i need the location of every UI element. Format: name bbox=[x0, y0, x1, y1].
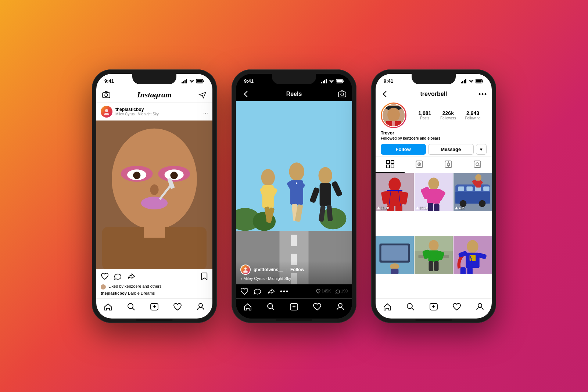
tab-tagged[interactable] bbox=[434, 157, 463, 173]
post-header: theplasticboy Miley Cyrus · Midnight Sky… bbox=[96, 103, 212, 121]
svg-rect-33 bbox=[321, 82, 322, 83]
grid-item-5[interactable] bbox=[415, 236, 453, 274]
follow-button[interactable]: Follow bbox=[381, 144, 426, 155]
svg-point-73 bbox=[243, 270, 248, 273]
svg-point-51 bbox=[261, 169, 275, 186]
following-stat[interactable]: 2,943 Following bbox=[465, 110, 480, 120]
grid-item-count-3: 45K bbox=[455, 206, 465, 210]
share-button[interactable] bbox=[127, 272, 135, 280]
svg-point-74 bbox=[280, 290, 282, 292]
nav-search-button[interactable] bbox=[406, 302, 415, 311]
camera-reels-button[interactable] bbox=[338, 90, 346, 98]
grid-item-4[interactable] bbox=[376, 236, 414, 274]
posts-label: Posts bbox=[418, 116, 431, 120]
profile-followed-by: Followed by kenzoere and eloears bbox=[376, 136, 492, 143]
svg-point-92 bbox=[484, 93, 486, 95]
bookmark-button[interactable] bbox=[201, 272, 208, 280]
nav-home-button[interactable] bbox=[104, 302, 112, 311]
message-button[interactable]: Message bbox=[428, 144, 474, 155]
grid-item-count-1: 30.2K bbox=[377, 206, 390, 210]
svg-rect-100 bbox=[391, 161, 394, 163]
grid-item-count-2: 37.3K bbox=[416, 206, 429, 210]
followed-by-prefix: Followed by bbox=[381, 136, 403, 140]
camera-header-button[interactable] bbox=[102, 91, 110, 99]
back-button[interactable] bbox=[381, 90, 389, 98]
svg-rect-156 bbox=[434, 261, 438, 271]
nav-add-button[interactable] bbox=[150, 302, 159, 311]
followers-stat[interactable]: 226k Followers bbox=[440, 110, 456, 120]
followers-label: Followers bbox=[440, 116, 456, 120]
like-button[interactable] bbox=[101, 272, 109, 280]
bottom-nav-feed bbox=[96, 298, 212, 319]
nav-home-button[interactable] bbox=[383, 302, 392, 311]
svg-point-66 bbox=[319, 167, 332, 184]
nav-search-button[interactable] bbox=[266, 302, 275, 311]
reels-comment-button[interactable] bbox=[254, 287, 262, 295]
svg-rect-45 bbox=[291, 234, 297, 246]
tab-grid[interactable] bbox=[376, 157, 405, 173]
svg-rect-34 bbox=[323, 81, 324, 83]
back-button[interactable] bbox=[242, 90, 250, 98]
profile-avatar[interactable] bbox=[381, 103, 406, 128]
reels-overlay: ghettotwins__ · Follow ♪ Miley Cyrus · M… bbox=[236, 261, 352, 284]
nav-heart-button[interactable] bbox=[173, 302, 182, 311]
notch bbox=[132, 74, 176, 84]
svg-rect-89 bbox=[476, 80, 482, 82]
svg-rect-84 bbox=[462, 81, 463, 83]
grid-item-3[interactable]: 45K bbox=[453, 173, 492, 211]
nav-add-button[interactable] bbox=[290, 302, 298, 311]
send-header-button[interactable] bbox=[198, 91, 207, 99]
home-indicator bbox=[415, 319, 452, 321]
svg-rect-118 bbox=[395, 205, 402, 211]
posts-stat[interactable]: 1,081 Posts bbox=[418, 110, 431, 120]
post-avatar[interactable] bbox=[101, 106, 112, 118]
svg-rect-36 bbox=[326, 79, 327, 83]
nav-home-button[interactable] bbox=[243, 302, 252, 311]
profile-more-button[interactable] bbox=[478, 90, 487, 98]
reels-avatar[interactable] bbox=[240, 265, 251, 275]
tab-reels[interactable] bbox=[405, 157, 434, 173]
nav-add-button[interactable] bbox=[429, 302, 438, 311]
nav-profile-button[interactable] bbox=[476, 302, 484, 311]
reels-like-button[interactable] bbox=[240, 287, 248, 295]
svg-point-122 bbox=[428, 177, 439, 190]
reels-more-button[interactable] bbox=[280, 287, 288, 295]
reels-dot: · bbox=[286, 267, 287, 272]
grid-item-1[interactable]: 30.2K bbox=[376, 173, 414, 211]
more-dropdown-button[interactable]: ▾ bbox=[476, 144, 487, 155]
svg-point-26 bbox=[101, 284, 106, 289]
profile-stats: 1,081 Posts 226k Followers 2,943 Followi… bbox=[412, 109, 487, 122]
svg-rect-98 bbox=[392, 121, 395, 127]
grid-item-2[interactable]: 37.3K bbox=[415, 173, 453, 211]
nav-search-button[interactable] bbox=[127, 302, 136, 311]
post-more-button[interactable]: ... bbox=[203, 108, 208, 115]
svg-point-165 bbox=[407, 303, 412, 309]
svg-point-110 bbox=[388, 177, 401, 191]
profile-buttons: Follow Message ▾ bbox=[376, 143, 492, 156]
svg-point-170 bbox=[478, 303, 482, 307]
nav-profile-button[interactable] bbox=[336, 302, 345, 311]
nav-heart-button[interactable] bbox=[452, 302, 461, 311]
svg-point-76 bbox=[286, 290, 288, 292]
svg-rect-133 bbox=[466, 186, 473, 191]
nav-profile-button[interactable] bbox=[196, 302, 205, 311]
svg-rect-145 bbox=[381, 245, 408, 261]
svg-point-72 bbox=[244, 267, 247, 270]
signal-icon bbox=[182, 79, 187, 83]
svg-rect-5 bbox=[203, 80, 204, 82]
svg-point-32 bbox=[199, 303, 202, 307]
reels-share-button[interactable] bbox=[267, 287, 275, 295]
reels-username[interactable]: ghettotwins__ bbox=[254, 267, 283, 272]
nav-heart-button[interactable] bbox=[313, 302, 322, 311]
svg-point-151 bbox=[429, 240, 438, 251]
svg-rect-126 bbox=[428, 203, 433, 211]
comment-button[interactable] bbox=[114, 272, 122, 280]
post-username[interactable]: theplasticboy bbox=[115, 107, 159, 112]
tab-mentions[interactable] bbox=[463, 157, 492, 173]
followed-by-users: kenzoere and eloears bbox=[403, 136, 441, 140]
reels-follow-button[interactable]: Follow bbox=[290, 267, 304, 272]
grid-item-6[interactable] bbox=[453, 236, 492, 274]
reels-counts: 145K 190 bbox=[316, 289, 348, 294]
profile-avatar-inner bbox=[382, 104, 405, 127]
caption-text: Barbie Dreams bbox=[128, 291, 155, 295]
